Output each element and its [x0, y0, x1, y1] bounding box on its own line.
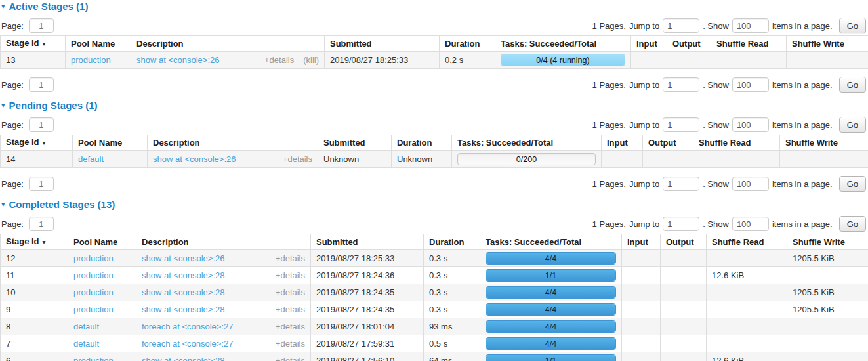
column-header[interactable]: Pool Name: [68, 234, 136, 250]
column-header[interactable]: Output: [661, 234, 707, 250]
page-number-input[interactable]: [29, 18, 54, 33]
jump-to-input[interactable]: [663, 177, 699, 191]
description-cell: show at <console>:28+details: [136, 301, 311, 318]
column-header[interactable]: Submitted: [325, 36, 440, 52]
column-header[interactable]: Pool Name: [73, 135, 148, 151]
go-button[interactable]: Go: [839, 77, 866, 93]
column-header[interactable]: Stage Id▾: [1, 135, 73, 151]
column-header[interactable]: Output: [643, 135, 693, 151]
jump-to-input[interactable]: [663, 117, 699, 132]
pool-name-link[interactable]: production: [73, 270, 114, 280]
shuffle-write-cell: 1205.5 KiB: [787, 301, 868, 318]
description-link[interactable]: foreach at <console>:27: [142, 339, 234, 349]
page-number-input[interactable]: [29, 117, 54, 132]
show-count-input[interactable]: [732, 117, 769, 132]
details-toggle[interactable]: +details: [276, 356, 305, 361]
description-link[interactable]: show at <console>:28: [142, 287, 224, 298]
column-header[interactable]: Output: [667, 36, 711, 52]
details-toggle[interactable]: +details: [276, 287, 305, 298]
details-toggle[interactable]: +details: [276, 305, 305, 315]
tasks-cell: 0/200: [452, 151, 602, 168]
description-link[interactable]: show at <console>:28: [142, 305, 224, 315]
jump-to-input[interactable]: [663, 18, 699, 33]
jump-to-input[interactable]: [663, 217, 699, 231]
go-button[interactable]: Go: [839, 18, 866, 33]
details-toggle[interactable]: +details: [276, 339, 305, 349]
column-header[interactable]: Stage Id▾: [1, 36, 66, 52]
show-count-input[interactable]: [732, 217, 769, 231]
column-header[interactable]: Submitted: [311, 234, 424, 250]
column-header[interactable]: Tasks: Succeeded/Total: [495, 36, 631, 52]
column-header[interactable]: Shuffle Write: [787, 234, 868, 250]
description-wrap: show at <console>:28+details: [142, 287, 305, 298]
jump-to-label: Jump to: [629, 80, 659, 90]
go-button[interactable]: Go: [839, 176, 866, 192]
column-header[interactable]: Description: [148, 135, 318, 151]
column-header[interactable]: Input: [622, 234, 661, 250]
column-header[interactable]: Pool Name: [66, 36, 131, 52]
column-header-label: Shuffle Write: [793, 237, 845, 247]
go-button[interactable]: Go: [839, 117, 866, 133]
page-number-input[interactable]: [29, 217, 54, 231]
column-header[interactable]: Shuffle Read: [711, 36, 787, 52]
duration-cell: 0.3 s: [424, 250, 480, 267]
column-header[interactable]: Stage Id▾: [1, 234, 68, 250]
column-header[interactable]: Input: [602, 135, 643, 151]
pool-name-link[interactable]: production: [73, 287, 114, 297]
column-header-label: Stage Id: [6, 236, 39, 246]
description-link[interactable]: show at <console>:26: [136, 55, 219, 66]
collapse-arrow-icon: ▾: [1, 3, 5, 10]
submitted-cell: 2019/08/27 18:25:33: [325, 52, 440, 69]
pool-name-link[interactable]: default: [73, 339, 99, 349]
column-header[interactable]: Shuffle Read: [707, 234, 787, 250]
section-toggle[interactable]: ▾Completed Stages (13): [1, 198, 868, 210]
show-count-input[interactable]: [732, 18, 769, 33]
column-header[interactable]: Shuffle Write: [780, 135, 868, 151]
column-header[interactable]: Input: [631, 36, 667, 52]
column-header[interactable]: Duration: [392, 135, 452, 151]
pool-name-link[interactable]: default: [73, 322, 99, 331]
column-header[interactable]: Submitted: [318, 135, 392, 151]
description-link[interactable]: foreach at <console>:27: [142, 322, 234, 332]
description-link[interactable]: show at <console>:28: [142, 270, 224, 281]
details-toggle[interactable]: +details: [264, 55, 294, 66]
column-header[interactable]: Shuffle Read: [693, 135, 780, 151]
pool-name-link[interactable]: production: [73, 305, 114, 314]
details-toggle[interactable]: +details: [276, 270, 305, 281]
stages-table: Stage Id▾Pool NameDescriptionSubmittedDu…: [0, 35, 868, 69]
pool-name-link[interactable]: production: [73, 253, 114, 263]
show-count-input[interactable]: [732, 177, 769, 191]
page-number-input[interactable]: [29, 77, 54, 92]
jump-to-label: Jump to: [629, 219, 659, 229]
shuffle-write-cell: [780, 151, 868, 168]
show-label: . Show: [703, 120, 729, 130]
column-header[interactable]: Tasks: Succeeded/Total: [480, 234, 622, 250]
description-link[interactable]: show at <console>:26: [153, 154, 236, 165]
column-header-label: Output: [672, 39, 701, 49]
details-toggle[interactable]: +details: [283, 154, 312, 165]
pool-name-link[interactable]: production: [73, 356, 114, 361]
column-header[interactable]: Description: [136, 234, 311, 250]
jump-to-input[interactable]: [663, 77, 699, 92]
pool-name-link[interactable]: default: [78, 154, 104, 164]
show-count-input[interactable]: [732, 77, 769, 92]
description-link[interactable]: show at <console>:26: [142, 253, 224, 264]
description-meta: +details: [276, 322, 305, 332]
go-button[interactable]: Go: [839, 216, 866, 232]
details-toggle[interactable]: +details: [276, 253, 305, 264]
section-toggle[interactable]: ▾Pending Stages (1): [1, 99, 868, 111]
table-row: 10productionshow at <console>:28+details…: [1, 284, 868, 301]
section-toggle[interactable]: ▾Active Stages (1): [1, 0, 868, 12]
shuffle-write-cell: 1205.5 KiB: [787, 250, 868, 267]
description-link[interactable]: show at <console>:28: [142, 356, 224, 361]
kill-link[interactable]: (kill): [303, 55, 319, 66]
page-number-input[interactable]: [29, 177, 54, 191]
submitted-cell: Unknown: [318, 151, 392, 168]
column-header[interactable]: Duration: [440, 36, 495, 52]
column-header[interactable]: Duration: [424, 234, 480, 250]
column-header[interactable]: Description: [131, 36, 325, 52]
details-toggle[interactable]: +details: [276, 322, 305, 332]
column-header[interactable]: Tasks: Succeeded/Total: [452, 135, 602, 151]
pool-name-link[interactable]: production: [71, 55, 111, 65]
column-header[interactable]: Shuffle Write: [787, 36, 868, 52]
